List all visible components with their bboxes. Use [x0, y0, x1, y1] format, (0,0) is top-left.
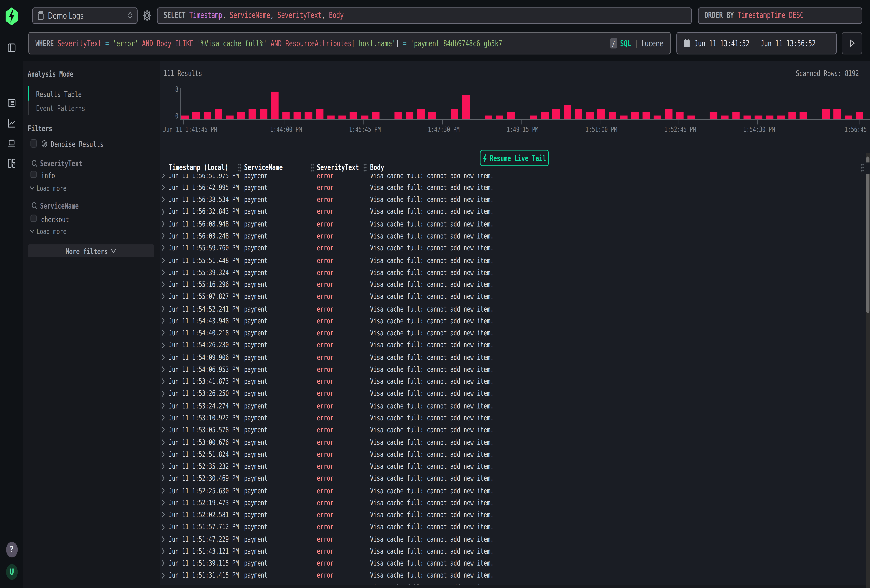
column-resize-grip[interactable]	[311, 163, 314, 172]
expand-row-icon[interactable]	[161, 439, 165, 447]
expand-row-icon[interactable]	[161, 293, 165, 301]
histogram-bar[interactable]	[800, 112, 807, 119]
histogram-bars[interactable]	[181, 91, 867, 119]
dashboards-icon[interactable]	[7, 158, 15, 168]
histogram-bar[interactable]	[721, 115, 728, 119]
histogram-bar[interactable]	[575, 109, 582, 119]
expand-row-icon[interactable]	[161, 511, 165, 520]
time-range-picker[interactable]: Jun 11 13:41:52 - Jun 11 13:56:52	[676, 32, 837, 54]
histogram-bar[interactable]	[777, 115, 785, 119]
histogram-bar[interactable]	[597, 109, 605, 119]
severity-info-checkbox[interactable]	[30, 170, 36, 178]
expand-row-icon[interactable]	[161, 427, 165, 435]
table-row[interactable]: Jun 11 1:53:26.250 PMpaymenterrorVisa ca…	[159, 388, 870, 400]
expand-row-icon[interactable]	[161, 475, 165, 483]
table-row[interactable]: Jun 11 1:51:43.121 PMpaymenterrorVisa ca…	[159, 545, 870, 557]
expand-row-icon[interactable]	[161, 463, 165, 471]
table-row[interactable]: Jun 11 1:52:25.630 PMpaymenterrorVisa ca…	[159, 484, 870, 497]
expand-row-icon[interactable]	[161, 317, 165, 326]
histogram-bar[interactable]	[552, 109, 560, 119]
histogram-bar[interactable]	[755, 115, 762, 119]
table-row[interactable]: Jun 11 1:52:35.232 PMpaymenterrorVisa ca…	[159, 460, 870, 472]
histogram-bar[interactable]	[665, 109, 672, 119]
app-logo-icon[interactable]	[6, 7, 18, 25]
histogram-bar[interactable]	[372, 112, 380, 119]
horizontal-scrollbar-track[interactable]	[159, 585, 870, 588]
column-resize-grip[interactable]	[238, 163, 241, 172]
mode-event-patterns[interactable]: Event Patterns	[36, 104, 85, 113]
col-body[interactable]: Body	[370, 162, 384, 171]
histogram-bar[interactable]	[710, 112, 717, 119]
denoise-checkbox[interactable]	[30, 139, 36, 147]
chart-explorer-icon[interactable]	[7, 118, 15, 128]
search-logs-icon[interactable]	[7, 97, 15, 108]
sql-mode-button[interactable]: SQL	[620, 39, 631, 48]
expand-row-icon[interactable]	[161, 536, 165, 544]
more-filters-button[interactable]: More filters	[28, 244, 154, 257]
table-row[interactable]: Jun 11 1:54:06.953 PMpaymenterrorVisa ca…	[159, 363, 870, 375]
histogram-bar[interactable]	[338, 115, 346, 119]
histogram-bar[interactable]	[642, 112, 650, 119]
scrollbar-thumb[interactable]	[866, 156, 870, 313]
lucene-mode-button[interactable]: Lucene	[642, 39, 663, 48]
histogram-bar[interactable]	[181, 115, 188, 119]
expand-row-icon[interactable]	[161, 173, 165, 180]
table-row[interactable]: Jun 11 1:51:39.115 PMpaymenterrorVisa ca…	[159, 557, 870, 569]
column-resize-grip[interactable]	[363, 163, 367, 172]
user-avatar[interactable]: U	[6, 564, 17, 579]
table-row[interactable]: Jun 11 1:55:51.448 PMpaymenterrorVisa ca…	[159, 254, 870, 266]
table-row[interactable]: Jun 11 1:56:42.995 PMpaymenterrorVisa ca…	[159, 182, 870, 194]
histogram-bar[interactable]	[451, 109, 459, 119]
histogram-bar[interactable]	[530, 115, 537, 119]
table-row[interactable]: Jun 11 1:51:57.712 PMpaymenterrorVisa ca…	[159, 521, 870, 533]
source-select[interactable]: Demo Logs	[32, 7, 137, 24]
expand-row-icon[interactable]	[161, 487, 165, 495]
histogram-bar[interactable]	[316, 109, 323, 119]
histogram-bar[interactable]	[676, 112, 684, 119]
histogram-bar[interactable]	[608, 112, 616, 119]
table-row[interactable]: Jun 11 1:51:31.415 PMpaymenterrorVisa ca…	[159, 569, 870, 582]
table-row[interactable]: Jun 11 1:56:32.843 PMpaymenterrorVisa ca…	[159, 206, 870, 218]
histogram-bar[interactable]	[586, 112, 593, 119]
sessions-icon[interactable]	[7, 137, 15, 148]
table-row[interactable]: Jun 11 1:54:52.241 PMpaymenterrorVisa ca…	[159, 303, 870, 315]
table-row[interactable]: Jun 11 1:54:09.906 PMpaymenterrorVisa ca…	[159, 351, 870, 363]
histogram-bar[interactable]	[834, 109, 841, 119]
histogram-bar[interactable]	[462, 95, 469, 119]
histogram-bar[interactable]	[845, 115, 852, 119]
expand-row-icon[interactable]	[161, 232, 165, 241]
table-row[interactable]: Jun 11 1:53:41.873 PMpaymenterrorVisa ca…	[159, 375, 870, 388]
histogram-bar[interactable]	[631, 112, 638, 119]
histogram-bar[interactable]	[395, 112, 402, 119]
histogram-bar[interactable]	[192, 112, 200, 119]
histogram-bar[interactable]	[305, 112, 312, 119]
histogram-bar[interactable]	[822, 109, 830, 119]
table-row[interactable]: Jun 11 1:56:03.248 PMpaymenterrorVisa ca…	[159, 230, 870, 242]
histogram-bar[interactable]	[620, 115, 627, 119]
expand-row-icon[interactable]	[161, 378, 165, 386]
table-row[interactable]: Jun 11 1:51:47.229 PMpaymenterrorVisa ca…	[159, 533, 870, 545]
expand-row-icon[interactable]	[161, 499, 165, 508]
expand-row-icon[interactable]	[161, 354, 165, 362]
expand-row-icon[interactable]	[161, 245, 165, 253]
expand-row-icon[interactable]	[161, 524, 165, 531]
table-row[interactable]: Jun 11 1:53:05.578 PMpaymenterrorVisa ca…	[159, 424, 870, 436]
settings-gear-icon[interactable]	[143, 10, 152, 22]
table-row[interactable]: Jun 11 1:54:40.218 PMpaymenterrorVisa ca…	[159, 327, 870, 339]
table-row[interactable]: Jun 11 1:55:59.760 PMpaymenterrorVisa ca…	[159, 242, 870, 255]
table-row[interactable]: Jun 11 1:53:24.274 PMpaymenterrorVisa ca…	[159, 400, 870, 412]
service-checkout-checkbox[interactable]	[30, 214, 36, 222]
where-query-input[interactable]: WHERE SeverityText = 'error' AND Body IL…	[28, 32, 670, 54]
expand-row-icon[interactable]	[161, 572, 165, 580]
table-options-grip[interactable]	[860, 163, 864, 172]
histogram-bar[interactable]	[203, 112, 211, 119]
table-row[interactable]: Jun 11 1:54:43.948 PMpaymenterrorVisa ca…	[159, 315, 870, 327]
expand-row-icon[interactable]	[161, 208, 165, 217]
resume-live-tail-button[interactable]: Resume Live Tail	[480, 150, 549, 166]
expand-row-icon[interactable]	[161, 184, 165, 192]
expand-row-icon[interactable]	[161, 366, 165, 374]
help-button[interactable]: ?	[6, 541, 17, 557]
table-row[interactable]: Jun 11 1:56:38.534 PMpaymenterrorVisa ca…	[159, 194, 870, 206]
run-query-button[interactable]	[842, 32, 863, 54]
expand-row-icon[interactable]	[161, 269, 165, 277]
